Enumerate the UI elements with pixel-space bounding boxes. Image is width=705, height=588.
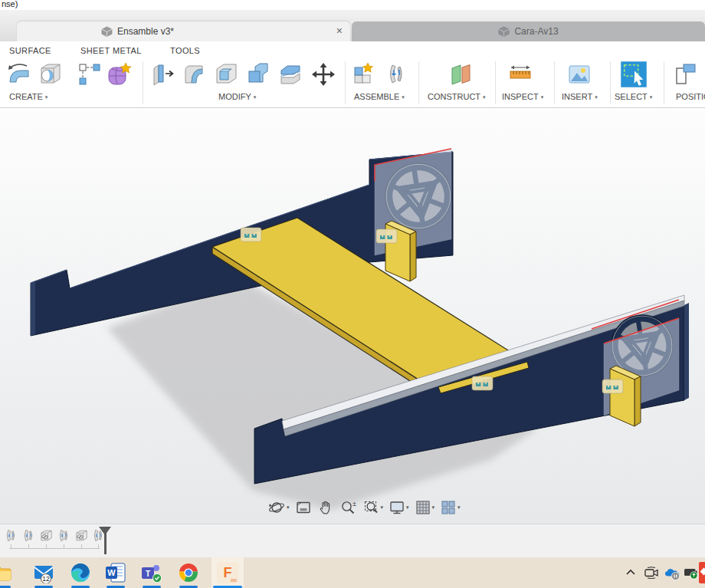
insert-image-icon[interactable] — [566, 61, 592, 87]
onedrive-icon[interactable] — [664, 567, 680, 583]
document-tab-ensamble[interactable]: Ensamble v3* × — [17, 21, 350, 41]
meet-now-icon[interactable] — [644, 567, 658, 582]
group-divider — [345, 61, 346, 104]
joint-badge[interactable] — [472, 376, 493, 390]
notification-edge-icon[interactable] — [699, 562, 705, 583]
group-label-insert[interactable]: INSERT▾ — [562, 92, 598, 101]
joint-badge[interactable] — [241, 228, 261, 241]
file-explorer-icon[interactable] — [0, 562, 12, 583]
zoom-icon[interactable]: ± — [339, 499, 358, 516]
display-status-icon[interactable] — [684, 567, 699, 583]
active-running-indicator — [213, 586, 242, 588]
joint-badge[interactable] — [376, 229, 397, 243]
group-divider — [554, 61, 555, 104]
svg-text:T: T — [146, 570, 150, 578]
split-body-icon[interactable] — [277, 61, 303, 87]
ribbon-tab-sheet-metal[interactable]: SHEET METAL — [80, 46, 142, 55]
ribbon-tab-surface[interactable]: SURFACE — [9, 46, 51, 55]
construction-plane-icon[interactable] — [448, 61, 474, 87]
look-at-icon[interactable] — [295, 499, 312, 516]
orbit-icon[interactable]: ▾ — [267, 499, 290, 516]
joint-badge[interactable] — [602, 379, 623, 393]
running-indicator — [143, 586, 161, 588]
timeline-rigid-group-icon[interactable] — [39, 528, 54, 544]
timeline-playhead-stem[interactable] — [104, 527, 107, 554]
windows-taskbar: 12 W T F360 — [0, 557, 705, 588]
pan-icon[interactable] — [317, 499, 334, 516]
display-settings-icon[interactable]: ▾ — [389, 499, 409, 516]
timeline-rigid-group-icon[interactable] — [74, 528, 89, 544]
shell-icon[interactable] — [213, 61, 239, 87]
joint-icon[interactable] — [383, 61, 409, 87]
press-pull-icon[interactable] — [150, 61, 176, 87]
pattern-icon[interactable] — [77, 61, 103, 87]
timeline-joint-icon[interactable] — [21, 528, 36, 544]
chrome-icon[interactable] — [178, 562, 199, 583]
yellow-tab-right[interactable] — [610, 366, 641, 426]
ribbon-toolbar: SURFACE SHEET METAL TOOLS CREATE▾ MODIFY… — [0, 41, 705, 108]
select-icon[interactable] — [619, 60, 648, 89]
document-tab-cara[interactable]: Cara-Av13 — [352, 21, 705, 41]
mail-badge-count: 12 — [42, 575, 50, 583]
running-indicator — [107, 586, 125, 588]
group-divider — [143, 61, 143, 104]
flange-icon[interactable] — [6, 61, 32, 87]
fusion-360-icon[interactable]: F360 — [217, 562, 238, 583]
running-indicator — [179, 586, 198, 588]
running-indicator — [0, 586, 11, 588]
group-label-modify[interactable]: MODIFY▾ — [218, 92, 256, 101]
window-title-fragment: nse) — [0, 0, 705, 10]
group-divider — [495, 61, 496, 104]
group-label-create[interactable]: CREATE▾ — [9, 92, 48, 101]
move-copy-icon[interactable] — [310, 61, 336, 87]
measure-icon[interactable] — [507, 61, 533, 87]
timeline-joint-icon[interactable] — [4, 528, 18, 544]
svg-text:W: W — [107, 568, 116, 577]
new-component-icon[interactable] — [351, 61, 377, 87]
svg-text:±: ± — [352, 500, 356, 508]
viewports-icon[interactable]: ▾ — [440, 499, 461, 516]
document-tab-label: Ensamble v3* — [117, 26, 174, 37]
mail-icon[interactable]: 12 — [33, 562, 54, 583]
group-divider — [610, 61, 611, 104]
document-tab-label: Cara-Av13 — [514, 26, 558, 37]
ribbon-tab-tools[interactable]: TOOLS — [170, 46, 200, 55]
create-form-icon[interactable] — [106, 61, 132, 87]
document-cube-icon — [101, 26, 113, 38]
hole-icon[interactable] — [37, 61, 63, 87]
timeline-bar — [0, 524, 705, 557]
title-text: nse) — [2, 0, 18, 8]
combine-icon[interactable] — [245, 61, 271, 87]
timeline-track — [9, 548, 100, 549]
document-cube-icon — [498, 26, 510, 38]
running-indicator — [71, 586, 90, 588]
position-icon[interactable] — [671, 61, 697, 87]
viewport-canvas[interactable] — [0, 108, 705, 524]
word-icon[interactable]: W — [105, 562, 126, 583]
group-label-inspect[interactable]: INSPECT▾ — [502, 92, 543, 101]
group-label-construct[interactable]: CONSTRUCT▾ — [428, 92, 486, 101]
tray-expand-icon[interactable] — [625, 567, 637, 582]
grid-display-icon[interactable]: ▾ — [415, 499, 435, 516]
group-label-assemble[interactable]: ASSEMBLE▾ — [354, 92, 405, 101]
timeline-joint-icon[interactable] — [57, 528, 71, 544]
view-navigation-bar: ▾ ± ▾ ▾ ▾ ▾ — [267, 498, 461, 517]
teams-icon[interactable]: T — [141, 562, 162, 583]
group-divider — [664, 61, 664, 104]
group-label-position[interactable]: POSITION — [676, 92, 705, 101]
document-tab-bar: Ensamble v3* × Cara-Av13 — [0, 10, 705, 41]
group-divider — [418, 61, 419, 104]
group-label-select[interactable]: SELECT▾ — [615, 92, 652, 101]
fillet-icon[interactable] — [181, 61, 207, 87]
zoom-window-icon[interactable]: ▾ — [363, 499, 384, 516]
running-indicator — [34, 586, 53, 588]
edge-icon[interactable] — [70, 562, 91, 583]
close-icon[interactable]: × — [336, 25, 343, 37]
